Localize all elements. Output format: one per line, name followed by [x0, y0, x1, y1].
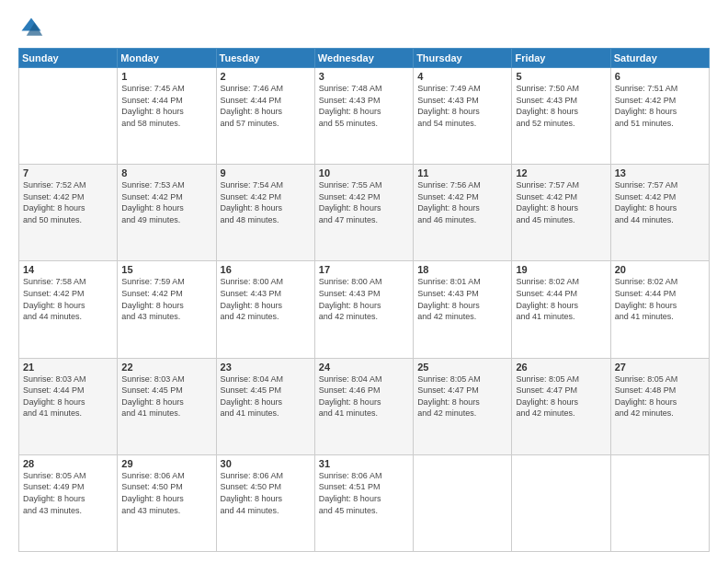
calendar-day-header: Sunday [19, 49, 118, 68]
calendar-cell: 5Sunrise: 7:50 AM Sunset: 4:43 PM Daylig… [512, 68, 610, 165]
calendar-cell: 14Sunrise: 7:58 AM Sunset: 4:42 PM Dayli… [19, 261, 118, 358]
day-info: Sunrise: 7:59 AM Sunset: 4:42 PM Dayligh… [121, 276, 211, 322]
calendar-cell: 21Sunrise: 8:03 AM Sunset: 4:44 PM Dayli… [19, 358, 118, 454]
day-info: Sunrise: 7:57 AM Sunset: 4:42 PM Dayligh… [516, 179, 606, 225]
day-info: Sunrise: 8:03 AM Sunset: 4:44 PM Dayligh… [23, 373, 113, 419]
calendar-day-header: Friday [512, 49, 610, 68]
day-info: Sunrise: 7:54 AM Sunset: 4:42 PM Dayligh… [221, 179, 311, 225]
calendar-cell: 18Sunrise: 8:01 AM Sunset: 4:43 PM Dayli… [414, 261, 512, 358]
day-number: 20 [615, 264, 705, 275]
day-info: Sunrise: 7:46 AM Sunset: 4:44 PM Dayligh… [221, 83, 311, 129]
logo-icon [18, 15, 44, 40]
day-number: 2 [221, 71, 311, 82]
calendar-week-row: 28Sunrise: 8:05 AM Sunset: 4:49 PM Dayli… [19, 454, 710, 551]
day-number: 1 [121, 71, 211, 82]
calendar-cell: 23Sunrise: 8:04 AM Sunset: 4:45 PM Dayli… [216, 358, 314, 454]
calendar-week-row: 7Sunrise: 7:52 AM Sunset: 4:42 PM Daylig… [19, 165, 710, 261]
day-info: Sunrise: 8:00 AM Sunset: 4:43 PM Dayligh… [221, 276, 311, 322]
calendar-cell: 4Sunrise: 7:49 AM Sunset: 4:43 PM Daylig… [414, 68, 512, 165]
calendar-cell: 30Sunrise: 8:06 AM Sunset: 4:50 PM Dayli… [216, 454, 314, 551]
page: SundayMondayTuesdayWednesdayThursdayFrid… [0, 0, 728, 563]
day-info: Sunrise: 7:49 AM Sunset: 4:43 PM Dayligh… [417, 83, 507, 129]
day-number: 4 [417, 71, 507, 82]
calendar-cell: 12Sunrise: 7:57 AM Sunset: 4:42 PM Dayli… [512, 165, 610, 261]
calendar-day-header: Saturday [610, 49, 709, 68]
day-number: 13 [615, 167, 705, 178]
day-info: Sunrise: 7:57 AM Sunset: 4:42 PM Dayligh… [615, 179, 705, 225]
day-info: Sunrise: 8:04 AM Sunset: 4:46 PM Dayligh… [319, 373, 409, 419]
day-info: Sunrise: 8:02 AM Sunset: 4:44 PM Dayligh… [516, 276, 606, 322]
calendar-cell: 11Sunrise: 7:56 AM Sunset: 4:42 PM Dayli… [414, 165, 512, 261]
header [18, 15, 710, 40]
calendar-week-row: 21Sunrise: 8:03 AM Sunset: 4:44 PM Dayli… [19, 358, 710, 454]
calendar-cell: 27Sunrise: 8:05 AM Sunset: 4:48 PM Dayli… [610, 358, 709, 454]
day-info: Sunrise: 7:52 AM Sunset: 4:42 PM Dayligh… [23, 179, 113, 225]
calendar-cell: 9Sunrise: 7:54 AM Sunset: 4:42 PM Daylig… [216, 165, 314, 261]
day-number: 24 [319, 362, 409, 373]
calendar-cell: 19Sunrise: 8:02 AM Sunset: 4:44 PM Dayli… [512, 261, 610, 358]
day-number: 7 [23, 167, 113, 178]
calendar-cell: 1Sunrise: 7:45 AM Sunset: 4:44 PM Daylig… [118, 68, 216, 165]
calendar-day-header: Tuesday [216, 49, 314, 68]
calendar-cell: 13Sunrise: 7:57 AM Sunset: 4:42 PM Dayli… [610, 165, 709, 261]
calendar-cell: 25Sunrise: 8:05 AM Sunset: 4:47 PM Dayli… [414, 358, 512, 454]
calendar-cell [19, 68, 118, 165]
calendar-cell: 31Sunrise: 8:06 AM Sunset: 4:51 PM Dayli… [314, 454, 413, 551]
day-number: 19 [516, 264, 606, 275]
calendar-cell: 8Sunrise: 7:53 AM Sunset: 4:42 PM Daylig… [118, 165, 216, 261]
day-number: 16 [221, 264, 311, 275]
day-number: 17 [319, 264, 409, 275]
day-info: Sunrise: 7:48 AM Sunset: 4:43 PM Dayligh… [319, 83, 409, 129]
logo [18, 15, 48, 40]
day-number: 9 [221, 167, 311, 178]
day-info: Sunrise: 8:06 AM Sunset: 4:50 PM Dayligh… [221, 470, 311, 516]
day-number: 15 [121, 264, 211, 275]
day-number: 10 [319, 167, 409, 178]
day-info: Sunrise: 7:58 AM Sunset: 4:42 PM Dayligh… [23, 276, 113, 322]
day-info: Sunrise: 8:03 AM Sunset: 4:45 PM Dayligh… [121, 373, 211, 419]
calendar-cell: 16Sunrise: 8:00 AM Sunset: 4:43 PM Dayli… [216, 261, 314, 358]
calendar-cell [512, 454, 610, 551]
calendar-cell: 17Sunrise: 8:00 AM Sunset: 4:43 PM Dayli… [314, 261, 413, 358]
day-number: 31 [319, 458, 409, 469]
day-number: 26 [516, 362, 606, 373]
day-info: Sunrise: 7:53 AM Sunset: 4:42 PM Dayligh… [121, 179, 211, 225]
calendar-cell: 22Sunrise: 8:03 AM Sunset: 4:45 PM Dayli… [118, 358, 216, 454]
day-info: Sunrise: 8:06 AM Sunset: 4:51 PM Dayligh… [319, 470, 409, 516]
day-info: Sunrise: 8:01 AM Sunset: 4:43 PM Dayligh… [417, 276, 507, 322]
day-info: Sunrise: 7:45 AM Sunset: 4:44 PM Dayligh… [121, 83, 211, 129]
day-info: Sunrise: 8:06 AM Sunset: 4:50 PM Dayligh… [121, 470, 211, 516]
day-info: Sunrise: 8:05 AM Sunset: 4:49 PM Dayligh… [23, 470, 113, 516]
calendar-cell: 2Sunrise: 7:46 AM Sunset: 4:44 PM Daylig… [216, 68, 314, 165]
day-number: 18 [417, 264, 507, 275]
day-number: 29 [121, 458, 211, 469]
calendar-cell: 24Sunrise: 8:04 AM Sunset: 4:46 PM Dayli… [314, 358, 413, 454]
calendar-week-row: 1Sunrise: 7:45 AM Sunset: 4:44 PM Daylig… [19, 68, 710, 165]
day-number: 8 [121, 167, 211, 178]
day-number: 30 [221, 458, 311, 469]
day-number: 23 [221, 362, 311, 373]
calendar-cell: 29Sunrise: 8:06 AM Sunset: 4:50 PM Dayli… [118, 454, 216, 551]
day-number: 14 [23, 264, 113, 275]
calendar-day-header: Monday [118, 49, 216, 68]
day-number: 21 [23, 362, 113, 373]
day-number: 11 [417, 167, 507, 178]
calendar-day-header: Thursday [414, 49, 512, 68]
day-info: Sunrise: 7:55 AM Sunset: 4:42 PM Dayligh… [319, 179, 409, 225]
day-info: Sunrise: 8:05 AM Sunset: 4:47 PM Dayligh… [417, 373, 507, 419]
calendar-cell: 26Sunrise: 8:05 AM Sunset: 4:47 PM Dayli… [512, 358, 610, 454]
calendar-cell: 15Sunrise: 7:59 AM Sunset: 4:42 PM Dayli… [118, 261, 216, 358]
calendar-cell [610, 454, 709, 551]
calendar-table: SundayMondayTuesdayWednesdayThursdayFrid… [18, 48, 710, 552]
day-info: Sunrise: 7:56 AM Sunset: 4:42 PM Dayligh… [417, 179, 507, 225]
day-number: 5 [516, 71, 606, 82]
day-number: 27 [615, 362, 705, 373]
calendar-week-row: 14Sunrise: 7:58 AM Sunset: 4:42 PM Dayli… [19, 261, 710, 358]
day-info: Sunrise: 7:50 AM Sunset: 4:43 PM Dayligh… [516, 83, 606, 129]
calendar-cell: 28Sunrise: 8:05 AM Sunset: 4:49 PM Dayli… [19, 454, 118, 551]
day-number: 3 [319, 71, 409, 82]
day-info: Sunrise: 8:02 AM Sunset: 4:44 PM Dayligh… [615, 276, 705, 322]
day-info: Sunrise: 8:05 AM Sunset: 4:47 PM Dayligh… [516, 373, 606, 419]
calendar-day-header: Wednesday [314, 49, 413, 68]
day-info: Sunrise: 8:04 AM Sunset: 4:45 PM Dayligh… [221, 373, 311, 419]
